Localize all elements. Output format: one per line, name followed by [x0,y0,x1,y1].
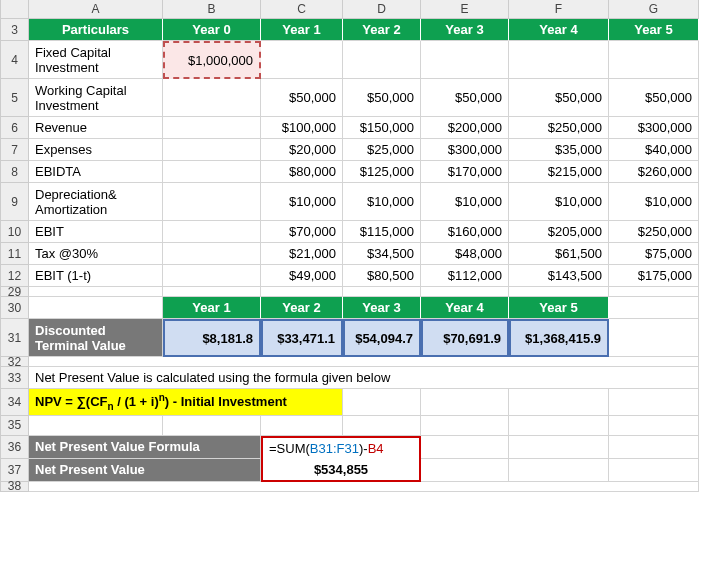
label-discounted-terminal[interactable]: Discounted Terminal Value [29,319,163,357]
row-header-33[interactable]: 33 [1,367,29,389]
row-header-6[interactable]: 6 [1,117,29,139]
cell-b31[interactable]: $8,181.8 [163,319,261,357]
cell[interactable] [421,287,509,297]
cell[interactable]: $50,000 [261,79,343,117]
cell[interactable] [609,436,699,459]
cell[interactable]: $35,000 [509,139,609,161]
cell[interactable] [609,287,699,297]
cell-d31[interactable]: $54,094.7 [343,319,421,357]
cell[interactable] [163,117,261,139]
cell[interactable] [609,297,699,319]
cell[interactable] [509,287,609,297]
row-header-36[interactable]: 36 [1,436,29,459]
cell[interactable]: $20,000 [261,139,343,161]
cell[interactable]: $112,000 [421,265,509,287]
cell[interactable] [609,389,699,416]
cell[interactable]: $160,000 [421,221,509,243]
col-header-e[interactable]: E [421,0,509,19]
cell[interactable]: $250,000 [609,221,699,243]
cell[interactable]: $61,500 [509,243,609,265]
row-header-35[interactable]: 35 [1,416,29,436]
cell[interactable] [163,416,261,436]
col-header-g[interactable]: G [609,0,699,19]
cell-e31[interactable]: $70,691.9 [421,319,509,357]
cell[interactable]: $50,000 [609,79,699,117]
col-header-b[interactable]: B [163,0,261,19]
label-revenue[interactable]: Revenue [29,117,163,139]
spreadsheet-grid[interactable]: A B C D E F G 3 Particulars Year 0 Year … [0,0,728,492]
cell[interactable]: $10,000 [509,183,609,221]
col-header-f[interactable]: F [509,0,609,19]
cell[interactable] [343,416,421,436]
cell-f31[interactable]: $1,368,415.9 [509,319,609,357]
label-ebit-1t[interactable]: EBIT (1-t) [29,265,163,287]
cell[interactable]: $50,000 [421,79,509,117]
cell[interactable] [163,183,261,221]
cell[interactable]: $75,000 [609,243,699,265]
cell-b4-fixed-capital[interactable]: $1,000,000 [163,41,261,79]
cell[interactable] [343,389,421,416]
cell[interactable] [163,221,261,243]
cell[interactable] [261,41,343,79]
label-fixed-capital[interactable]: Fixed Capital Investment [29,41,163,79]
col-header-c[interactable]: C [261,0,343,19]
cell[interactable]: $10,000 [343,183,421,221]
cell[interactable]: $100,000 [261,117,343,139]
row-header-32[interactable]: 32 [1,357,29,367]
cell[interactable] [509,389,609,416]
cell[interactable] [509,436,609,459]
cell[interactable]: $215,000 [509,161,609,183]
row-header-5[interactable]: 5 [1,79,29,117]
cell[interactable] [609,416,699,436]
cell[interactable] [421,436,509,459]
cell[interactable]: $10,000 [421,183,509,221]
cell[interactable] [29,287,163,297]
row-header-10[interactable]: 10 [1,221,29,243]
cell[interactable]: $50,000 [509,79,609,117]
cell[interactable]: $49,000 [261,265,343,287]
label-tax[interactable]: Tax @30% [29,243,163,265]
cell[interactable]: $70,000 [261,221,343,243]
row-header-31[interactable]: 31 [1,319,29,357]
cell[interactable]: $25,000 [343,139,421,161]
cell[interactable]: $250,000 [509,117,609,139]
cell[interactable] [609,459,699,482]
row-header-11[interactable]: 11 [1,243,29,265]
cell-c31[interactable]: $33,471.1 [261,319,343,357]
cell[interactable]: $10,000 [609,183,699,221]
cell[interactable]: $200,000 [421,117,509,139]
label-ebit[interactable]: EBIT [29,221,163,243]
col-header-a[interactable]: A [29,0,163,19]
cell[interactable]: $300,000 [609,117,699,139]
cell[interactable]: $50,000 [343,79,421,117]
cell[interactable] [29,357,699,367]
label-working-capital[interactable]: Working Capital Investment [29,79,163,117]
npv-formula-cell[interactable]: =SUM(B31:F31)-B4 [261,436,421,459]
label-ebidta[interactable]: EBIDTA [29,161,163,183]
row-header-8[interactable]: 8 [1,161,29,183]
cell[interactable] [163,287,261,297]
cell[interactable] [509,459,609,482]
cell[interactable]: $205,000 [509,221,609,243]
cell[interactable] [421,389,509,416]
cell[interactable] [509,41,609,79]
cell[interactable]: $48,000 [421,243,509,265]
cell[interactable] [163,139,261,161]
cell[interactable]: $170,000 [421,161,509,183]
cell[interactable] [163,79,261,117]
cell[interactable]: $80,000 [261,161,343,183]
cell[interactable]: $300,000 [421,139,509,161]
cell[interactable] [343,287,421,297]
cell[interactable]: $40,000 [609,139,699,161]
cell[interactable]: $143,500 [509,265,609,287]
cell[interactable] [421,459,509,482]
row-header-30[interactable]: 30 [1,297,29,319]
row-header-9[interactable]: 9 [1,183,29,221]
cell[interactable] [163,243,261,265]
row-header-4[interactable]: 4 [1,41,29,79]
row-header-29[interactable]: 29 [1,287,29,297]
cell[interactable]: $21,000 [261,243,343,265]
cell[interactable] [343,41,421,79]
cell[interactable] [261,287,343,297]
cell[interactable]: $115,000 [343,221,421,243]
